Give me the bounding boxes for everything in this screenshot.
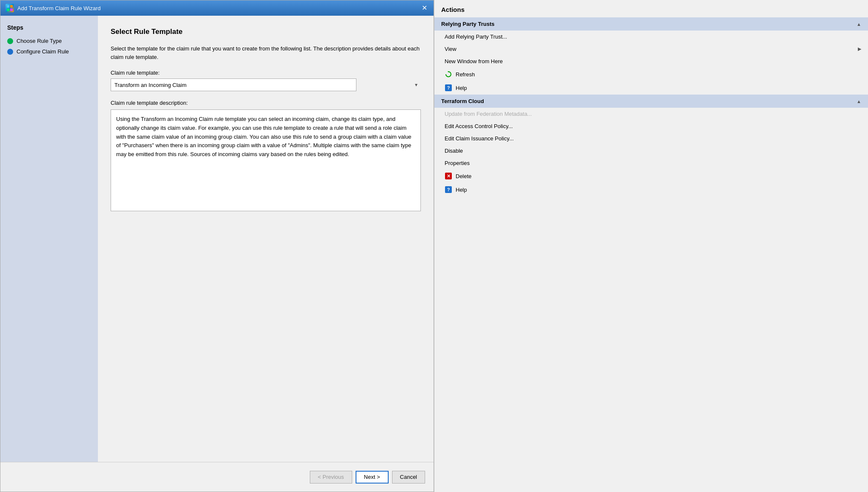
terraform-cloud-chevron: ▲ [857, 99, 861, 104]
relying-party-trusts-section-header[interactable]: Relying Party Trusts ▲ [434, 17, 868, 31]
wizard-title: Add Transform Claim Rule Wizard [17, 5, 101, 11]
refresh-icon [445, 70, 452, 78]
terraform-cloud-section-header[interactable]: Terraform Cloud ▲ [434, 95, 868, 108]
refresh-item[interactable]: Refresh [434, 67, 868, 81]
wizard-dialog: Add Transform Claim Rule Wizard ✕ Steps … [0, 0, 434, 492]
new-window-item[interactable]: New Window from Here [434, 55, 868, 67]
update-federation-label: Update from Federation Metadata... [445, 111, 532, 117]
claim-rule-template-label: Claim rule template: [111, 70, 421, 76]
step-2[interactable]: Configure Claim Rule [7, 48, 91, 55]
step-1-label: Choose Rule Type [17, 38, 62, 44]
add-relying-party-trust-item[interactable]: Add Relying Party Trust... [434, 31, 868, 43]
wizard-body: Steps Choose Rule Type Configure Claim R… [0, 16, 434, 462]
edit-claim-issuance-label: Edit Claim Issuance Policy... [445, 135, 514, 142]
description-box: Using the Transform an Incoming Claim ru… [111, 109, 421, 211]
cancel-button[interactable]: Cancel [392, 471, 425, 484]
svg-rect-1 [10, 5, 13, 8]
update-federation-item: Update from Federation Metadata... [434, 108, 868, 120]
description-label: Claim rule template description: [111, 100, 421, 106]
help-icon-2: ? [445, 186, 452, 193]
svg-rect-2 [7, 8, 9, 11]
close-button[interactable]: ✕ [420, 4, 428, 12]
dropdown-arrow-icon: ▾ [415, 82, 417, 88]
step-1[interactable]: Choose Rule Type [7, 38, 91, 44]
page-title: Select Rule Template [111, 28, 421, 36]
view-item[interactable]: View ▶ [434, 43, 868, 55]
edit-claim-issuance-item[interactable]: Edit Claim Issuance Policy... [434, 132, 868, 145]
step-2-label: Configure Claim Rule [17, 48, 69, 55]
next-button[interactable]: Next > [356, 471, 389, 484]
help-icon-1: ? [445, 84, 452, 92]
new-window-label: New Window from Here [445, 58, 503, 64]
wizard-content: Select Rule Template Select the template… [98, 16, 434, 462]
actions-header: Actions [434, 0, 868, 17]
refresh-label: Refresh [456, 71, 475, 78]
view-arrow-icon: ▶ [858, 46, 861, 52]
edit-access-control-item[interactable]: Edit Access Control Policy... [434, 120, 868, 132]
help-item-1[interactable]: ? Help [434, 81, 868, 95]
properties-item[interactable]: Properties [434, 157, 868, 169]
wizard-titlebar: Add Transform Claim Rule Wizard ✕ [0, 0, 434, 16]
delete-item[interactable]: ✕ Delete [434, 169, 868, 183]
view-label: View [445, 46, 456, 52]
step-1-indicator [7, 38, 13, 44]
step-2-indicator [7, 49, 13, 55]
delete-label: Delete [456, 173, 472, 179]
actions-panel: Actions Relying Party Trusts ▲ Add Relyi… [434, 0, 868, 492]
svg-rect-0 [7, 5, 9, 8]
properties-label: Properties [445, 160, 470, 166]
claim-rule-template-dropdown[interactable]: Transform an Incoming Claim [111, 78, 356, 91]
relying-party-trusts-chevron: ▲ [857, 22, 861, 27]
description-text: Using the Transform an Incoming Claim ru… [116, 116, 412, 157]
edit-access-control-label: Edit Access Control Policy... [445, 123, 513, 129]
delete-icon: ✕ [445, 172, 452, 180]
previous-button[interactable]: < Previous [310, 471, 352, 484]
terraform-cloud-label: Terraform Cloud [441, 98, 484, 104]
svg-rect-3 [10, 8, 13, 11]
add-relying-party-trust-label: Add Relying Party Trust... [445, 34, 507, 40]
wizard-icon [6, 4, 14, 12]
disable-label: Disable [445, 148, 463, 154]
relying-party-trusts-label: Relying Party Trusts [441, 21, 495, 27]
dropdown-wrapper: Transform an Incoming Claim ▾ [111, 78, 421, 91]
disable-item[interactable]: Disable [434, 145, 868, 157]
wizard-sidebar: Steps Choose Rule Type Configure Claim R… [0, 16, 98, 462]
instruction-text: Select the template for the claim rule t… [111, 45, 421, 61]
help-label-2: Help [456, 187, 467, 193]
wizard-footer: < Previous Next > Cancel [0, 462, 434, 492]
steps-header: Steps [7, 24, 91, 31]
help-item-2[interactable]: ? Help [434, 183, 868, 196]
help-label-1: Help [456, 85, 467, 91]
